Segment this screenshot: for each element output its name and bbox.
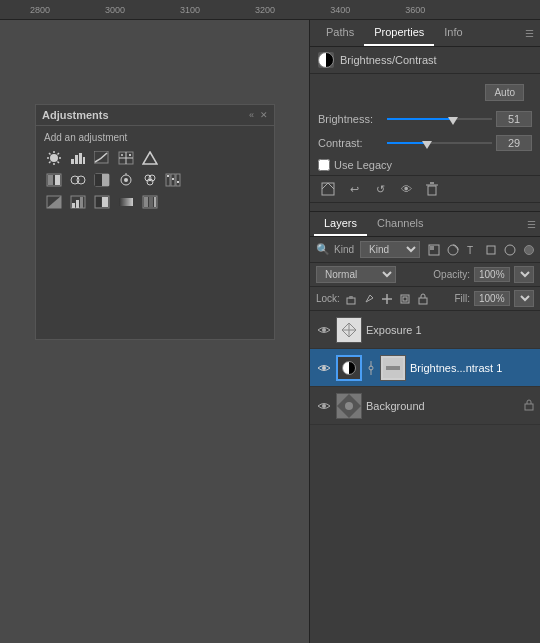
fill-label: Fill: bbox=[454, 293, 470, 304]
svg-rect-27 bbox=[95, 174, 102, 186]
layer-item-exposure1[interactable]: Exposure 1 bbox=[310, 311, 540, 349]
collapse-icon[interactable]: « bbox=[249, 110, 254, 120]
svg-marker-42 bbox=[47, 196, 61, 208]
panel-controls: Add an adjustment bbox=[36, 126, 274, 219]
search-icon[interactable]: 🔍 bbox=[316, 243, 330, 256]
delete-button[interactable] bbox=[422, 180, 442, 198]
blend-mode-dropdown[interactable]: Normal Dissolve Multiply bbox=[316, 266, 396, 283]
brightness-slider[interactable] bbox=[387, 111, 492, 127]
add-adjustment-label: Add an adjustment bbox=[44, 132, 266, 143]
canvas-area: Adjustments « ✕ Add an adjustment bbox=[0, 20, 310, 643]
properties-section: Brightness/Contrast Auto Brightness: bbox=[310, 47, 540, 212]
brightness-fill bbox=[387, 118, 450, 120]
adjustments-title: Adjustments bbox=[42, 109, 109, 121]
layer-thumb-exposure1 bbox=[336, 317, 362, 343]
svg-rect-54 bbox=[154, 197, 156, 207]
lock-transparent-icon[interactable] bbox=[344, 292, 358, 306]
contrast-track bbox=[387, 142, 492, 144]
contrast-value-input[interactable] bbox=[496, 135, 532, 151]
svg-rect-83 bbox=[525, 404, 533, 410]
adjustment-filter-icon[interactable] bbox=[445, 242, 461, 258]
svg-rect-45 bbox=[76, 200, 79, 208]
contrast-slider[interactable] bbox=[387, 135, 492, 151]
svg-rect-9 bbox=[71, 159, 74, 164]
right-panel: Paths Properties Info ☰ Brightness/Contr… bbox=[310, 20, 540, 643]
text-filter-icon[interactable]: T bbox=[464, 242, 480, 258]
opacity-input[interactable] bbox=[474, 267, 510, 282]
opacity-label: Opacity: bbox=[433, 269, 470, 280]
svg-rect-46 bbox=[80, 197, 83, 208]
brightness-adj-icon[interactable] bbox=[44, 149, 64, 167]
tab-paths[interactable]: Paths bbox=[316, 20, 364, 46]
brightness-value-input[interactable] bbox=[496, 111, 532, 127]
svg-rect-28 bbox=[102, 174, 109, 186]
tab-layers[interactable]: Layers bbox=[314, 212, 367, 236]
fill-input[interactable] bbox=[474, 291, 510, 306]
lock-position-icon[interactable] bbox=[380, 292, 394, 306]
tab-info[interactable]: Info bbox=[434, 20, 472, 46]
threshold-adj-icon[interactable] bbox=[92, 193, 112, 211]
lock-all-icon[interactable] bbox=[416, 292, 430, 306]
smart-filter-icon[interactable] bbox=[502, 242, 518, 258]
tab-properties[interactable]: Properties bbox=[364, 20, 434, 46]
gradientmap-adj-icon[interactable] bbox=[116, 193, 136, 211]
properties-title-bar: Brightness/Contrast bbox=[310, 47, 540, 74]
bw-adj-icon[interactable] bbox=[92, 171, 112, 189]
panel-menu-icon[interactable]: ☰ bbox=[525, 28, 534, 39]
properties-toolbar: ↩ ↺ 👁 bbox=[310, 175, 540, 203]
tab-channels[interactable]: Channels bbox=[367, 212, 433, 236]
channelmixer-adj-icon[interactable] bbox=[140, 171, 160, 189]
layers-panel-menu-icon[interactable]: ☰ bbox=[527, 219, 536, 230]
layer-link-icon-brightness1[interactable] bbox=[366, 360, 376, 376]
layer-visibility-eye-exposure1[interactable] bbox=[316, 322, 332, 338]
clip-button[interactable] bbox=[318, 180, 338, 198]
invert-adj-icon[interactable] bbox=[44, 193, 64, 211]
brightness-thumb bbox=[448, 117, 458, 125]
lock-artboard-icon[interactable] bbox=[398, 292, 412, 306]
svg-text:T: T bbox=[467, 245, 473, 256]
kind-dropdown[interactable]: Kind bbox=[360, 241, 420, 258]
svg-rect-55 bbox=[322, 183, 334, 195]
layer-visibility-eye-background[interactable] bbox=[316, 398, 332, 414]
lock-paint-icon[interactable] bbox=[362, 292, 376, 306]
pixel-filter-icon[interactable] bbox=[426, 242, 442, 258]
ruler-mark: 3400 bbox=[330, 5, 350, 15]
use-legacy-row: Use Legacy bbox=[310, 155, 540, 175]
colorbalance-adj-icon[interactable] bbox=[68, 171, 88, 189]
kind-row: 🔍 Kind Kind T bbox=[310, 237, 540, 263]
contrast-thumb bbox=[422, 141, 432, 149]
selectivecolor-adj-icon[interactable] bbox=[140, 193, 160, 211]
undo-button[interactable]: ↩ bbox=[344, 180, 364, 198]
layer-visibility-eye-brightness1[interactable] bbox=[316, 360, 332, 376]
svg-rect-40 bbox=[177, 181, 179, 183]
layer-item-background[interactable]: Background bbox=[310, 387, 540, 425]
exposure-adj-icon[interactable] bbox=[116, 149, 136, 167]
close-icon[interactable]: ✕ bbox=[260, 110, 268, 120]
svg-rect-71 bbox=[419, 298, 427, 304]
curves-adj-icon[interactable] bbox=[92, 149, 112, 167]
ruler-numbers: 2800 3000 3100 3200 3400 3600 bbox=[30, 5, 425, 15]
contrast-label: Contrast: bbox=[318, 137, 383, 149]
photofilter-adj-icon[interactable] bbox=[116, 171, 136, 189]
layers-list: Exposure 1 bbox=[310, 311, 540, 643]
fill-unit-select[interactable]: % bbox=[514, 290, 534, 307]
layer-name-exposure1: Exposure 1 bbox=[366, 324, 534, 336]
hsl-adj-icon[interactable] bbox=[44, 171, 64, 189]
svg-rect-44 bbox=[72, 203, 75, 208]
panel-header-controls: « ✕ bbox=[249, 110, 268, 120]
posterize-adj-icon[interactable] bbox=[68, 193, 88, 211]
levels-adj-icon[interactable] bbox=[68, 149, 88, 167]
shape-filter-icon[interactable] bbox=[483, 242, 499, 258]
opacity-unit-select[interactable]: % bbox=[514, 266, 534, 283]
svg-point-82 bbox=[345, 402, 353, 410]
layer-item-brightness1[interactable]: Brightnes...ntrast 1 bbox=[310, 349, 540, 387]
bc-small-icon bbox=[342, 361, 356, 375]
vibrance-adj-icon[interactable] bbox=[140, 149, 160, 167]
layers-tabs-group: Layers Channels bbox=[314, 212, 434, 236]
visibility-button[interactable]: 👁 bbox=[396, 180, 416, 198]
auto-button[interactable]: Auto bbox=[485, 84, 524, 101]
redo-button[interactable]: ↺ bbox=[370, 180, 390, 198]
colorlookup-adj-icon[interactable] bbox=[164, 171, 184, 189]
use-legacy-checkbox[interactable] bbox=[318, 159, 330, 171]
layer-adj-icon-brightness1 bbox=[336, 355, 362, 381]
